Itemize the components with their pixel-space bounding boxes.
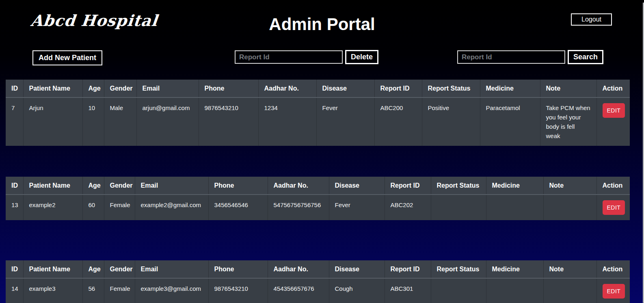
patient-table-2: IDPatient NameAgeGenderEmailPhoneAadhar … (6, 177, 630, 220)
column-header-report-status: Report Status (422, 80, 480, 97)
cell-gender: Female (104, 195, 135, 220)
cell-phone: 9876543210 (208, 278, 268, 303)
add-new-patient-button[interactable]: Add New Patient (32, 50, 102, 65)
cell-age: 56 (82, 278, 104, 303)
page-title: Admin Portal (269, 15, 375, 34)
cell-report-status (431, 278, 486, 303)
cell-disease: Cough (329, 278, 385, 303)
cell-note: Take PCM when you feel your body is fell… (540, 97, 596, 146)
cell-report-id: ABC202 (385, 195, 431, 220)
cell-patient-name: example3 (23, 278, 82, 303)
cell-medicine (486, 278, 543, 303)
column-header-phone: Phone (199, 80, 258, 97)
column-header-report-id: Report ID (385, 260, 431, 278)
cell-note (543, 278, 596, 303)
cell-id: 7 (6, 97, 23, 146)
cell-age: 60 (82, 195, 104, 220)
edit-button[interactable]: EDIT (603, 103, 625, 118)
column-header-patient-name: Patient Name (23, 260, 82, 278)
column-header-action: Action (596, 80, 630, 97)
column-header-email: Email (135, 260, 208, 278)
table-header-row: IDPatient NameAgeGenderEmailPhoneAadhar … (6, 260, 630, 278)
cell-action: EDIT (596, 97, 630, 146)
column-header-gender: Gender (104, 177, 135, 195)
cell-gender: Female (104, 278, 135, 303)
cell-email: example3@gmail.com (135, 278, 208, 303)
cell-aadhar-no: 454356657676 (268, 278, 329, 303)
edit-button[interactable]: EDIT (603, 284, 625, 299)
cell-phone: 9876543210 (199, 97, 258, 146)
cell-action: EDIT (596, 195, 630, 220)
cell-phone: 3456546546 (208, 195, 268, 220)
table-header-row: IDPatient NameAgeGenderEmailPhoneAadhar … (6, 80, 630, 97)
delete-report-group: Delete (235, 50, 378, 64)
column-header-report-id: Report ID (374, 80, 422, 97)
delete-button[interactable]: Delete (345, 50, 378, 64)
search-report-group: Search (457, 50, 603, 64)
logout-button[interactable]: Logout (571, 13, 612, 26)
cell-gender: Male (104, 97, 136, 146)
column-header-action: Action (596, 260, 630, 278)
hospital-logo: Abcd Hospital (30, 11, 159, 30)
column-header-age: Age (82, 177, 104, 195)
column-header-medicine: Medicine (486, 260, 543, 278)
column-header-report-id: Report ID (385, 177, 431, 195)
cell-action: EDIT (596, 278, 630, 303)
column-header-disease: Disease (316, 80, 374, 97)
column-header-id: ID (6, 260, 23, 278)
table-row: 13example260Femaleexample2@gmail.com3456… (6, 195, 630, 220)
cell-email: arjun@gmail.com (136, 97, 199, 146)
cell-report-status: Positive (422, 97, 480, 146)
column-header-aadhar-no: Aadhar No. (268, 260, 329, 278)
column-header-aadhar-no: Aadhar No. (258, 80, 316, 97)
column-header-note: Note (540, 80, 596, 97)
table-row: 14example356Femaleexample3@gmail.com9876… (6, 278, 630, 303)
column-header-gender: Gender (104, 260, 135, 278)
column-header-gender: Gender (104, 80, 136, 97)
table-row: 7Arjun10Malearjun@gmail.com9876543210123… (6, 97, 630, 146)
cell-report-id: ABC200 (374, 97, 422, 146)
column-header-aadhar-no: Aadhar No. (268, 177, 329, 195)
column-header-id: ID (6, 177, 23, 195)
cell-medicine (486, 195, 543, 220)
column-header-report-status: Report Status (431, 177, 486, 195)
cell-report-status (431, 195, 486, 220)
column-header-disease: Disease (329, 260, 385, 278)
cell-report-id: ABC301 (385, 278, 431, 303)
column-header-phone: Phone (208, 260, 268, 278)
cell-disease: Fever (329, 195, 385, 220)
column-header-patient-name: Patient Name (23, 177, 82, 195)
cell-id: 14 (6, 278, 23, 303)
column-header-disease: Disease (329, 177, 385, 195)
column-header-medicine: Medicine (480, 80, 540, 97)
cell-patient-name: example2 (23, 195, 82, 220)
column-header-note: Note (543, 260, 596, 278)
column-header-email: Email (135, 177, 208, 195)
admin-portal-page: Abcd Hospital Admin Portal Logout Add Ne… (0, 0, 644, 303)
cell-id: 13 (6, 195, 23, 220)
table-header-row: IDPatient NameAgeGenderEmailPhoneAadhar … (6, 177, 630, 195)
column-header-report-status: Report Status (431, 260, 486, 278)
cell-disease: Fever (316, 97, 374, 146)
cell-aadhar-no: 1234 (258, 97, 316, 146)
column-header-medicine: Medicine (486, 177, 543, 195)
patient-table-3: IDPatient NameAgeGenderEmailPhoneAadhar … (6, 260, 630, 303)
edit-button[interactable]: EDIT (603, 200, 625, 215)
column-header-age: Age (82, 260, 104, 278)
cell-medicine: Paracetamol (480, 97, 540, 146)
column-header-patient-name: Patient Name (23, 80, 82, 97)
search-report-id-input[interactable] (457, 50, 565, 64)
cell-age: 10 (82, 97, 104, 146)
column-header-id: ID (6, 80, 23, 97)
cell-email: example2@gmail.com (135, 195, 208, 220)
patient-table-1: IDPatient NameAgeGenderEmailPhoneAadhar … (6, 80, 630, 146)
cell-note (543, 195, 596, 220)
column-header-phone: Phone (208, 177, 268, 195)
column-header-age: Age (82, 80, 104, 97)
column-header-note: Note (543, 177, 596, 195)
delete-report-id-input[interactable] (235, 50, 343, 64)
cell-aadhar-no: 54756756756756 (268, 195, 329, 220)
column-header-action: Action (596, 177, 630, 195)
search-button[interactable]: Search (568, 50, 603, 64)
column-header-email: Email (136, 80, 199, 97)
